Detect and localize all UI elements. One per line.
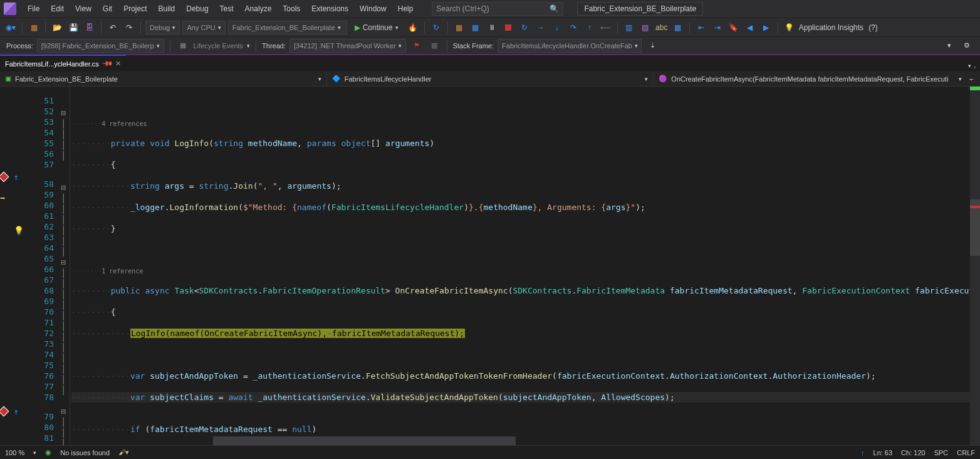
menu-edit[interactable]: Edit [46, 2, 69, 16]
flag-icon[interactable]: ⚑ [410, 39, 424, 53]
fold-toggle[interactable]: ⊟ [58, 406, 70, 417]
menu-analyze[interactable]: Analyze [240, 2, 277, 16]
brush-icon[interactable]: 🖌▾ [118, 448, 129, 456]
refresh-button[interactable]: ↻ [518, 21, 531, 34]
next-stmt-button[interactable]: → [534, 21, 548, 34]
step-into-button[interactable]: ↓ [550, 21, 564, 34]
toolbar-chevron[interactable]: ▾ [942, 39, 956, 53]
overview-ruler[interactable] [970, 87, 980, 454]
save-all-button[interactable]: 🗄 [83, 21, 96, 34]
save-button[interactable]: 💾 [66, 21, 80, 34]
indent-left-button[interactable]: ⇤ [694, 21, 708, 34]
indent-right-button[interactable]: ⇥ [711, 21, 724, 34]
outlining-margin[interactable]: ⊟ ││││ ⊟ ││││││ ⊟ ││││││││││││ ⊟ │││ [58, 87, 70, 454]
menu-window[interactable]: Window [355, 2, 392, 16]
nav-method[interactable]: 🟣 OnCreateFabricItemAsync(FabricItemMeta… [654, 71, 980, 86]
menu-file[interactable]: File [23, 2, 44, 16]
settings-gear-icon[interactable]: ⚙ [960, 39, 974, 53]
config-combo[interactable]: Debug▾ [145, 21, 180, 34]
stop-button[interactable] [501, 21, 515, 34]
menu-project[interactable]: Project [118, 2, 152, 16]
restart-button[interactable]: ↻ [429, 21, 443, 34]
nav-back-button[interactable]: ◉▾ [4, 21, 18, 34]
scroll-arrow-icon[interactable]: ↑ [861, 449, 865, 456]
fold-toggle[interactable]: ⊟ [58, 257, 70, 268]
help-icon[interactable]: (?) [868, 23, 878, 32]
horizontal-scrollbar[interactable] [213, 436, 970, 445]
current-stmt-arrow-icon: ➡ [0, 193, 14, 204]
line-indicator[interactable]: Ln: 63 [873, 449, 893, 456]
fold-toggle[interactable]: ⊟ [58, 182, 70, 193]
csharp-project-icon: ▣ [5, 75, 11, 83]
pause-button[interactable]: ⏸ [485, 21, 499, 34]
split-icon[interactable]: ⫟ [968, 75, 975, 83]
menu-tools[interactable]: Tools [278, 2, 305, 16]
lightbulb-icon[interactable]: 💡 [14, 225, 28, 236]
platform-combo[interactable]: Any CPU▾ [182, 21, 225, 34]
menu-build[interactable]: Build [154, 2, 180, 16]
lineending-indicator[interactable]: CRLF [957, 449, 975, 456]
close-icon[interactable]: ✕ [115, 60, 121, 68]
nav-class[interactable]: 🔷 FabricItemsLifecycleHandler ▾ [327, 71, 654, 86]
menu-test[interactable]: Test [215, 2, 239, 16]
hint-icon[interactable]: 💡 [783, 21, 796, 34]
undo-button[interactable]: ↶ [106, 21, 120, 34]
tab-overflow[interactable]: ▾ [968, 63, 971, 71]
tool3-button[interactable]: abc [655, 21, 669, 34]
thread-combo[interactable]: [34212] .NET ThreadPool Worker▾ [289, 39, 406, 53]
pin-icon[interactable]: 📌 [101, 58, 113, 70]
breakpoint-l79[interactable] [0, 406, 14, 417]
bookmark-button[interactable]: 🔖 [727, 21, 741, 34]
tool2-button[interactable]: ▤ [639, 21, 652, 34]
startup-combo[interactable]: Fabric_Extension_BE_Boilerplate▾ [228, 21, 347, 34]
search-placeholder-text: Search (Ctrl+Q) [436, 4, 489, 13]
code-content[interactable]: ········4 references ········private voi… [70, 87, 970, 454]
nav-method-label: OnCreateFabricItemAsync(FabricItemMetada… [671, 75, 948, 83]
file-tab[interactable]: FabricItemsLif...ycleHandler.cs 📌 ✕ [0, 55, 126, 71]
indicator-margin[interactable]: ↑ 💡 ↑ [14, 87, 28, 454]
process-label: Process: [6, 42, 33, 50]
fold-toggle[interactable]: ⊟ [58, 108, 70, 119]
status-bar: 100 % ▾ ◉ No issues found 🖌▾ ↑ Ln: 63 Ch… [0, 445, 980, 459]
tool1-button[interactable]: ▥ [622, 21, 636, 34]
col-indicator[interactable]: Ch: 120 [901, 449, 925, 456]
new-item-button[interactable]: ▦ [27, 21, 41, 34]
menu-help[interactable]: Help [393, 2, 419, 16]
menu-extensions[interactable]: Extensions [306, 2, 353, 16]
tab-add-icon[interactable]: ▫ [974, 63, 976, 71]
zoom-level[interactable]: 100 % [5, 449, 24, 456]
code-editor[interactable]: ➡ ↑ 💡 ↑ 51525354555657585960616263646566… [0, 87, 980, 438]
thread-tool-icon[interactable]: ▥ [427, 39, 441, 53]
overflow-icon[interactable]: ⇣ [645, 39, 659, 53]
open-file-button[interactable]: 📂 [50, 21, 64, 34]
app-insights-label[interactable]: Application Insights [799, 23, 863, 32]
vs-logo-icon [4, 3, 16, 15]
step-back-button[interactable]: ⟵ [599, 21, 613, 34]
main-toolbar: ◉▾ ▦ 📂 💾 🗄 ↶ ↷ Debug▾ Any CPU▾ Fabric_Ex… [0, 18, 980, 36]
step-over-button[interactable]: ↷ [566, 21, 580, 34]
redo-button[interactable]: ↷ [122, 21, 136, 34]
step-out-button[interactable]: ↑ [583, 21, 597, 34]
hot-reload-button[interactable]: 🔥 [406, 21, 420, 34]
continue-button[interactable]: ▶Continue▾ [350, 21, 404, 34]
toolbox-button[interactable]: ▦ [469, 21, 482, 34]
search-input[interactable]: Search (Ctrl+Q) 🔍 [432, 2, 563, 16]
lifecycle-icon[interactable]: ▦ [176, 39, 190, 53]
prev-bookmark-button[interactable]: ◀ [743, 21, 757, 34]
stackframe-combo[interactable]: FabricItemsLifecycleHandler.OnCreateFab▾ [498, 39, 642, 53]
breakpoint-l58[interactable] [0, 172, 14, 182]
next-bookmark-button[interactable]: ▶ [759, 21, 773, 34]
blue-arrow-icon-l58: ↑ [14, 172, 28, 182]
menu-git[interactable]: Git [98, 2, 117, 16]
browser-link-button[interactable]: ▦ [452, 21, 466, 34]
menu-view[interactable]: View [70, 2, 96, 16]
tool4-button[interactable]: ▦ [671, 21, 685, 34]
lifecycle-label[interactable]: Lifecycle Events [194, 42, 243, 50]
process-combo[interactable]: [9288] Fabric_Extension_BE_Boilerp▾ [37, 39, 164, 53]
nav-project[interactable]: ▣ Fabric_Extension_BE_Boilerplate ▾ [0, 71, 327, 86]
glyph-margin[interactable]: ➡ [0, 87, 14, 454]
error-indicator-icon[interactable]: ◉ [45, 448, 51, 456]
issues-text[interactable]: No issues found [60, 449, 110, 456]
spaces-indicator[interactable]: SPC [934, 449, 949, 456]
menu-debug[interactable]: Debug [181, 2, 213, 16]
